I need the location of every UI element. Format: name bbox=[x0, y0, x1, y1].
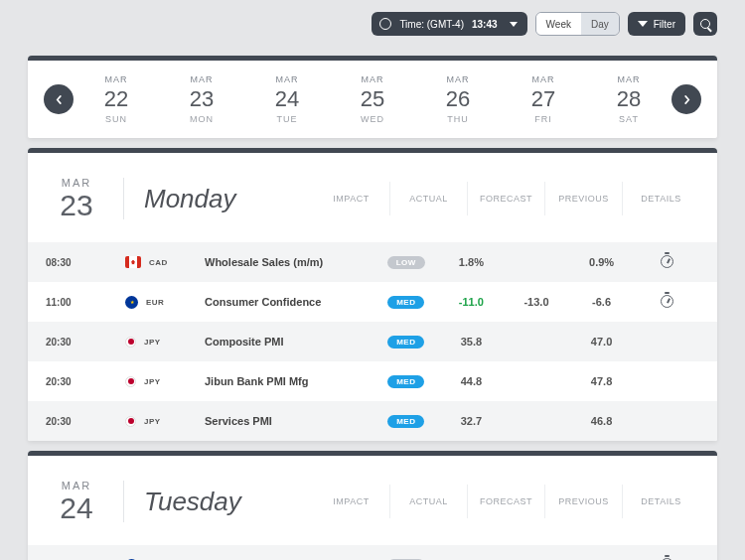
flag-icon bbox=[125, 416, 136, 427]
time-selector[interactable]: Time: (GMT-4) 13:43 bbox=[372, 12, 526, 36]
flag-icon bbox=[125, 376, 136, 387]
col-actual: ACTUAL bbox=[389, 485, 467, 518]
day-mon[interactable]: MAR23MON bbox=[190, 74, 214, 124]
day-fri[interactable]: MAR27FRI bbox=[531, 74, 555, 124]
event-previous: 46.8 bbox=[569, 415, 635, 427]
chevron-left-icon bbox=[55, 95, 64, 104]
day-month: MAR bbox=[275, 74, 299, 84]
event-actual: 32.7 bbox=[439, 415, 505, 427]
search-button[interactable] bbox=[693, 12, 717, 36]
day-sun[interactable]: MAR22SUN bbox=[104, 74, 128, 124]
col-previous: PREVIOUS bbox=[544, 182, 622, 215]
event-details[interactable] bbox=[634, 295, 699, 310]
day-sat[interactable]: MAR28SAT bbox=[617, 74, 641, 124]
day-weekday: WED bbox=[361, 114, 384, 124]
section-daynum: 23 bbox=[46, 191, 107, 220]
event-row[interactable]: 20:30JPYServices PMIMED32.746.8 bbox=[28, 401, 717, 441]
day-month: MAR bbox=[617, 74, 641, 84]
day-month: MAR bbox=[361, 74, 384, 84]
col-forecast: FORECAST bbox=[467, 485, 544, 518]
section-date: MAR23 bbox=[46, 177, 107, 220]
col-details: DETAILS bbox=[622, 182, 699, 215]
day-weekday: SAT bbox=[617, 114, 641, 124]
event-row[interactable]: 08:30CADWholesale Sales (m/m)LOW1.8%0.9% bbox=[28, 242, 717, 282]
day-tue[interactable]: MAR24TUE bbox=[275, 74, 299, 124]
event-time: 20:30 bbox=[46, 337, 107, 348]
event-actual: 35.8 bbox=[439, 336, 505, 348]
event-details[interactable] bbox=[634, 255, 699, 270]
event-row[interactable]: 11:00EURConsumer ConfidenceMED-11.0-13.0… bbox=[28, 282, 717, 322]
day-number: 28 bbox=[617, 86, 641, 112]
event-currency: JPY bbox=[107, 337, 205, 348]
event-impact: LOW bbox=[373, 255, 439, 269]
range-toggle: Week Day bbox=[535, 12, 620, 36]
event-time: 08:30 bbox=[46, 257, 107, 268]
day-number: 24 bbox=[275, 86, 299, 112]
col-details: DETAILS bbox=[622, 485, 699, 518]
col-impact: IMPACT bbox=[313, 182, 389, 215]
section-date: MAR24 bbox=[46, 480, 107, 523]
event-impact: MED bbox=[373, 374, 439, 388]
stopwatch-icon bbox=[661, 295, 673, 308]
event-impact: MED bbox=[373, 414, 439, 428]
event-row[interactable]: 20:30JPYComposite PMIMED35.847.0 bbox=[28, 322, 717, 361]
event-currency: JPY bbox=[107, 376, 205, 387]
day-thu[interactable]: MAR26THU bbox=[446, 74, 470, 124]
chevron-right-icon bbox=[682, 95, 691, 104]
event-actual: 44.8 bbox=[439, 375, 505, 387]
event-previous: -6.6 bbox=[569, 296, 635, 308]
day-month: MAR bbox=[531, 74, 555, 84]
event-previous: 47.8 bbox=[569, 375, 635, 387]
col-forecast: FORECAST bbox=[467, 182, 544, 215]
day-number: 23 bbox=[190, 86, 214, 112]
flag-icon bbox=[125, 337, 136, 348]
event-time: 11:00 bbox=[46, 297, 107, 308]
day-card: MAR24TuesdayIMPACTACTUALFORECASTPREVIOUS… bbox=[28, 451, 717, 560]
next-week-button[interactable] bbox=[671, 84, 701, 114]
event-name: Services PMI bbox=[205, 415, 373, 427]
event-row[interactable]: 20:30JPYJibun Bank PMI MfgMED44.847.8 bbox=[28, 361, 717, 401]
event-currency: JPY bbox=[107, 416, 205, 427]
event-row[interactable]: 04:15EURFrench Composite PMILOW30.238.15… bbox=[28, 545, 717, 560]
section-daynum: 24 bbox=[46, 493, 107, 523]
event-time: 20:30 bbox=[46, 416, 107, 427]
day-number: 22 bbox=[104, 86, 128, 112]
event-currency: CAD bbox=[107, 256, 205, 268]
day-wed[interactable]: MAR25WED bbox=[361, 74, 384, 124]
section-month: MAR bbox=[46, 480, 107, 491]
chevron-down-icon bbox=[510, 22, 518, 27]
toggle-week[interactable]: Week bbox=[536, 13, 581, 35]
day-weekday: TUE bbox=[275, 114, 299, 124]
section-month: MAR bbox=[46, 177, 107, 189]
day-card: MAR23MondayIMPACTACTUALFORECASTPREVIOUSD… bbox=[28, 148, 717, 441]
divider bbox=[123, 178, 124, 219]
toggle-day[interactable]: Day bbox=[581, 13, 619, 35]
filter-button[interactable]: Filter bbox=[628, 12, 685, 36]
search-icon bbox=[700, 19, 710, 29]
date-navigator: MAR22SUNMAR23MONMAR24TUEMAR25WEDMAR26THU… bbox=[28, 56, 717, 138]
event-previous: 47.0 bbox=[569, 336, 635, 348]
time-label: Time: (GMT-4) bbox=[399, 19, 464, 30]
event-impact: MED bbox=[373, 335, 439, 349]
event-actual: -11.0 bbox=[439, 296, 505, 308]
prev-week-button[interactable] bbox=[44, 84, 74, 114]
day-month: MAR bbox=[446, 74, 470, 84]
col-actual: ACTUAL bbox=[389, 182, 467, 215]
day-weekday: THU bbox=[446, 114, 470, 124]
time-value: 13:43 bbox=[472, 19, 498, 30]
day-number: 25 bbox=[361, 86, 384, 112]
day-weekday: MON bbox=[190, 114, 214, 124]
day-month: MAR bbox=[190, 74, 214, 84]
day-number: 26 bbox=[446, 86, 470, 112]
event-name: Wholesale Sales (m/m) bbox=[205, 256, 373, 268]
section-dayname: Monday bbox=[144, 184, 313, 214]
day-weekday: FRI bbox=[531, 114, 555, 124]
col-impact: IMPACT bbox=[313, 485, 389, 518]
event-forecast: -13.0 bbox=[504, 296, 569, 308]
stopwatch-icon bbox=[661, 255, 673, 268]
event-name: Consumer Confidence bbox=[205, 296, 373, 308]
event-time: 20:30 bbox=[46, 376, 107, 387]
day-weekday: SUN bbox=[104, 114, 128, 124]
clock-icon bbox=[379, 18, 391, 30]
event-previous: 0.9% bbox=[569, 256, 635, 268]
